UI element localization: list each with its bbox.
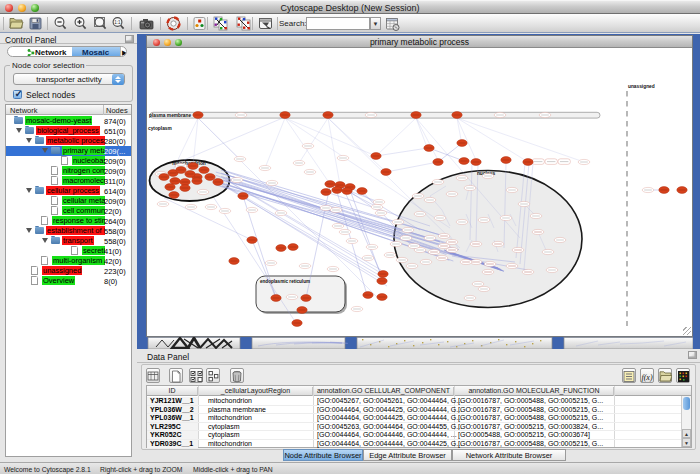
- svg-text:unassigned: unassigned: [628, 84, 655, 89]
- svg-text:plasma membrane: plasma membrane: [149, 113, 191, 118]
- svg-text:1:1: 1:1: [114, 20, 121, 25]
- svg-text:f(x): f(x): [641, 373, 652, 382]
- svg-text:endoplasmic reticulum: endoplasmic reticulum: [260, 279, 310, 284]
- svg-text:cytoplasm: cytoplasm: [148, 126, 172, 131]
